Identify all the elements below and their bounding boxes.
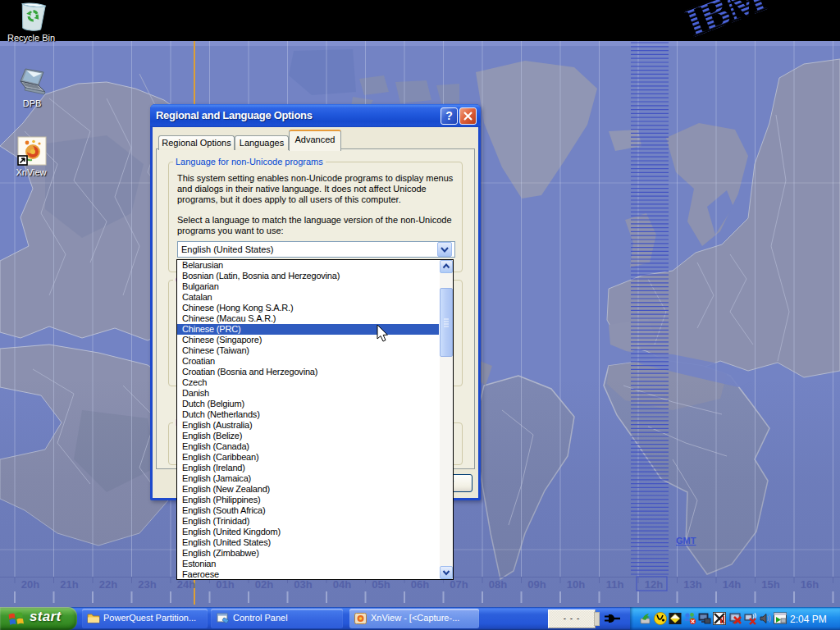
svg-text:08h: 08h <box>489 578 507 591</box>
svg-text:09h: 09h <box>527 578 546 591</box>
svg-text:GMT: GMT <box>676 536 696 546</box>
svg-text:15h: 15h <box>761 578 779 591</box>
svg-text:06h: 06h <box>411 578 429 591</box>
svg-text:20h: 20h <box>21 578 39 591</box>
svg-text:02h: 02h <box>255 578 273 591</box>
svg-text:14h: 14h <box>723 578 741 591</box>
svg-text:10h: 10h <box>567 578 585 591</box>
svg-text:11h: 11h <box>606 578 624 591</box>
svg-text:05h: 05h <box>372 578 390 591</box>
svg-text:16h: 16h <box>801 578 819 591</box>
svg-text:12h: 12h <box>645 578 663 591</box>
svg-text:07h: 07h <box>450 578 468 591</box>
svg-text:21h: 21h <box>60 578 78 591</box>
svg-text:23h: 23h <box>138 578 156 591</box>
svg-text:13h: 13h <box>683 578 701 591</box>
svg-text:22h: 22h <box>99 578 117 591</box>
svg-text:01h: 01h <box>216 578 234 591</box>
svg-text:04h: 04h <box>333 578 351 591</box>
svg-text:24h: 24h <box>177 578 195 591</box>
svg-text:03h: 03h <box>294 578 312 591</box>
